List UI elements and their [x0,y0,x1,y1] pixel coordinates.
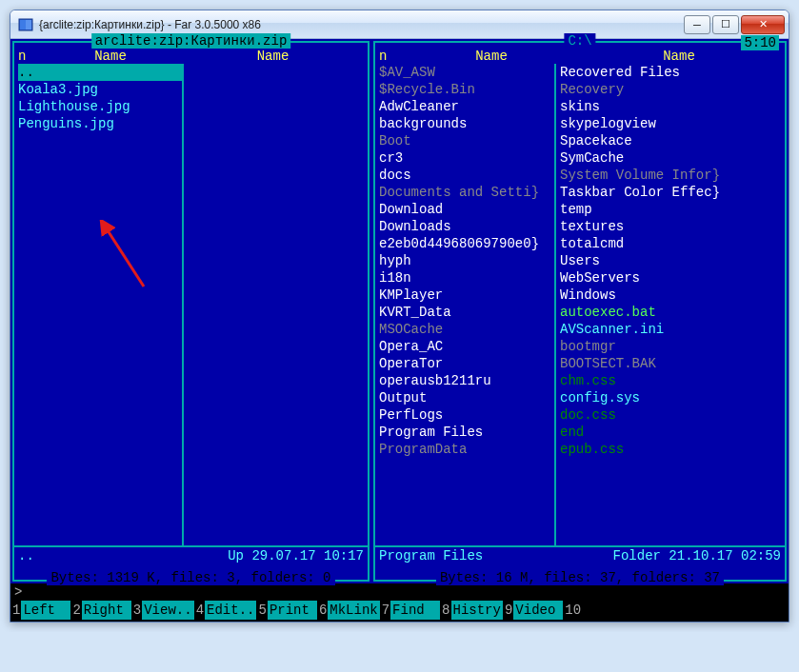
fn-label: Edit.. [205,601,256,620]
file-column: ..Koala3.jpgLighthouse.jpgPenguins.jpg [18,64,184,545]
file-item[interactable]: Lighthouse.jpg [18,98,182,115]
fn-key-2[interactable]: 2Right [70,601,130,620]
right-panel[interactable]: C:\ 5:10 n Name Name $AV_ASW$Recycle.Bin… [373,41,787,582]
fn-num: 2 [70,601,81,620]
fn-label: Left [21,601,70,620]
file-item[interactable]: MSOCache [379,321,554,338]
left-panel-header: n Name Name [14,47,368,64]
file-item[interactable]: cr3 [379,149,554,167]
file-item[interactable]: temp [560,201,781,218]
col-name[interactable]: Name [39,49,182,64]
fn-key-6[interactable]: 6MkLink [317,601,380,620]
fn-label: Histry [451,601,503,620]
file-item[interactable]: doc.css [560,406,781,424]
file-column: $AV_ASW$Recycle.BinAdwCleanerbackgrounds… [379,64,556,545]
fn-key-9[interactable]: 9Video [503,601,563,620]
left-status: Bytes: 1319 K, files: 3, folders: 0 [47,570,334,585]
file-item[interactable]: totalcmd [560,235,781,252]
fn-label: MkLink [328,601,379,620]
command-line[interactable]: > [10,583,789,601]
file-item[interactable]: epub.css [560,441,781,458]
col-name2[interactable]: Name [577,49,781,64]
file-item[interactable]: docs [379,167,554,184]
svg-rect-2 [26,20,31,30]
fn-num: 9 [503,601,513,620]
file-item[interactable]: SymCache [560,149,781,167]
file-item[interactable]: Downloads [379,218,554,235]
fn-label: View.. [142,601,193,620]
file-item[interactable]: operausb1211ru [379,372,554,389]
fn-label: Print [268,601,317,620]
file-item[interactable]: Boot [379,132,554,149]
file-column [188,64,364,545]
right-panel-title: C:\ [564,33,595,49]
prompt: > [14,584,22,600]
fn-key-7[interactable]: 7Find [380,601,440,620]
fn-num: 3 [131,601,142,620]
file-item[interactable]: Program Files [379,424,554,441]
file-item[interactable]: hyph [379,252,554,269]
col-name[interactable]: Name [406,49,577,64]
file-item[interactable]: end [560,424,781,441]
right-status: Bytes: 16 M, files: 37, folders: 37 [436,570,724,585]
app-icon [18,17,33,32]
fn-key-1[interactable]: 1Left [10,601,70,620]
minimize-button[interactable]: ─ [684,15,710,34]
maximize-button[interactable]: ☐ [712,15,739,34]
file-item[interactable]: Koala3.jpg [18,81,182,98]
file-item[interactable]: Windows [560,287,781,304]
file-item[interactable]: Download [379,201,554,218]
file-item[interactable]: ProgramData [379,441,554,458]
file-item[interactable]: backgrounds [379,115,554,132]
file-item[interactable]: $Recycle.Bin [379,81,554,98]
fn-label: Right [82,601,131,620]
file-item[interactable]: Documents and Setti} [379,184,554,201]
file-item[interactable]: .. [18,64,182,81]
fn-num: 1 [10,601,21,620]
svg-rect-1 [20,20,26,30]
col-n[interactable]: n [18,49,39,64]
file-item[interactable]: Spacekace [560,132,781,149]
file-item[interactable]: textures [560,218,781,235]
file-item[interactable]: AVScanner.ini [560,321,781,338]
app-window: {arclite:zip:Картинки.zip} - Far 3.0.500… [10,10,789,623]
file-item[interactable]: skypelogview [560,115,781,132]
file-item[interactable]: Taskbar Color Effec} [560,184,781,201]
file-item[interactable]: i18n [379,269,554,287]
fn-label: Find [390,601,440,620]
fn-num: 6 [317,601,328,620]
file-item[interactable]: KMPlayer [379,287,554,304]
fn-key-3[interactable]: 3View.. [131,601,194,620]
file-item[interactable]: skins [560,98,781,115]
file-item[interactable]: WebServers [560,269,781,287]
file-item[interactable]: config.sys [560,389,781,406]
close-button[interactable]: ✕ [741,15,785,34]
file-item[interactable]: OperaTor [379,355,554,372]
file-item[interactable]: Recovery [560,81,781,98]
file-item[interactable]: chm.css [560,372,781,389]
file-item[interactable]: BOOTSECT.BAK [560,355,781,372]
file-item[interactable]: bootmgr [560,338,781,355]
fn-key-5[interactable]: 5Print [256,601,316,620]
file-item[interactable]: Recovered Files [560,64,781,81]
fn-key-4[interactable]: 4Edit.. [194,601,257,620]
file-item[interactable]: Opera_AC [379,338,554,355]
fn-key-10[interactable]: 10 [563,601,631,620]
file-item[interactable]: System Volume Infor} [560,167,781,184]
fn-num: 4 [194,601,205,620]
file-item[interactable]: Penguins.jpg [18,115,182,132]
file-item[interactable]: autoexec.bat [560,304,781,321]
file-item[interactable]: e2eb0d44968069790e0} [379,235,554,252]
file-item[interactable]: AdwCleaner [379,98,554,115]
fn-num: 8 [440,601,450,620]
file-item[interactable]: KVRT_Data [379,304,554,321]
file-item[interactable]: $AV_ASW [379,64,554,81]
col-name2[interactable]: Name [182,49,364,64]
col-n[interactable]: n [379,49,406,64]
file-item[interactable]: Users [560,252,781,269]
file-item[interactable]: Output [379,389,554,406]
left-panel-footer: .. Up 29.07.17 10:17 [14,545,368,564]
file-item[interactable]: PerfLogs [379,406,554,424]
fn-key-8[interactable]: 8Histry [440,601,503,620]
left-panel[interactable]: arclite:zip:Картинки.zip n Name Name ..K… [12,41,370,582]
